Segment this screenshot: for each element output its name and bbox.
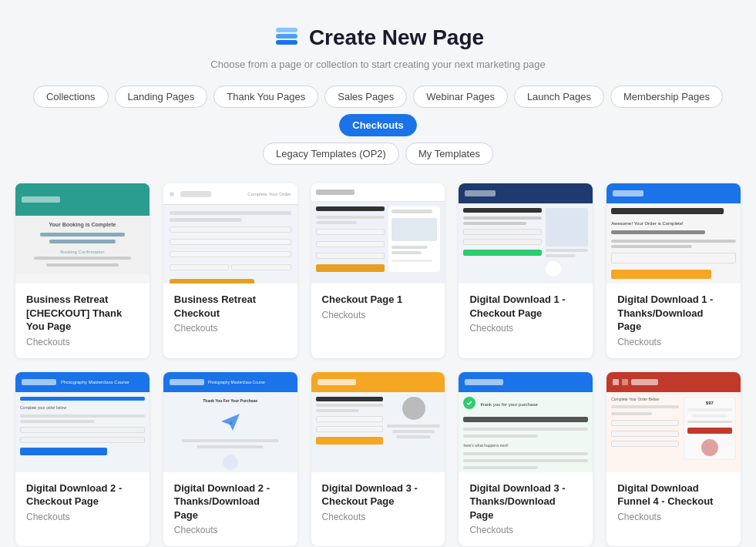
card-info: Checkout Page 1 Checkouts [311,284,445,331]
card-info: Digital Download 2 - Thanks/Download Pag… [163,472,297,547]
card-info: Digital Download Funnel 4 - Checkout Che… [606,472,741,533]
card-thumbnail [459,183,593,284]
filter-landing-pages[interactable]: Landing Pages [115,86,208,108]
card-info: Digital Download 3 - Thanks/Download Pag… [459,472,593,547]
card-thumbnail: Your Booking is Complete Booking Confirm… [15,183,150,284]
filter-membership-pages[interactable]: Membership Pages [610,86,723,108]
card-thumbnail: Complete Your Order [163,183,297,284]
card-thumbnail: Complete Your Order Below $97 [606,372,741,472]
filter-legacy-templates[interactable]: Legacy Templates (OP2) [263,143,399,165]
card-thumbnail [311,183,445,284]
svg-rect-2 [276,28,297,32]
card-thumbnail: thank you for your purchase here's what … [459,372,593,472]
card-name: Digital Download 3 - Thanks/Download Pag… [469,482,582,522]
card-digital-download-3-checkout[interactable]: Digital Download 3 - Checkout Page Check… [311,372,445,547]
card-category: Checkouts [469,323,582,334]
card-name: Digital Download 3 - Checkout Page [322,482,435,508]
card-info: Digital Download 1 - Checkout Page Check… [459,284,593,344]
card-category: Checkouts [469,525,582,535]
card-info: Digital Download 3 - Checkout Page Check… [311,472,445,533]
card-digital-download-3-thanks[interactable]: thank you for your purchase here's what … [459,372,593,547]
card-category: Checkouts [174,323,287,334]
page-title: Create New Page [309,25,484,50]
cards-grid-row2: Photography Masterclass Course Complete … [15,372,741,547]
card-digital-download-1-thanks[interactable]: Awesome! Your Order is Complete! Digital… [606,183,741,358]
filter-checkouts[interactable]: Checkouts [339,114,416,136]
card-name: Digital Download 2 - Checkout Page [26,482,139,508]
card-category: Checkouts [617,337,730,347]
card-business-retreat-thank-you[interactable]: Your Booking is Complete Booking Confirm… [15,183,150,358]
card-name: Digital Download 2 - Thanks/Download Pag… [174,482,287,522]
card-name: Digital Download Funnel 4 - Checkout [617,482,730,508]
card-info: Digital Download 2 - Checkout Page Check… [15,472,150,533]
card-name: Business Retreat [CHECKOUT] Thank You Pa… [26,293,139,334]
app-logo-icon [272,23,301,52]
card-category: Checkouts [26,512,139,522]
card-info: Business Retreat Checkout Checkouts [163,284,297,344]
card-thumbnail: Photography Masterclass Course Complete … [15,372,150,472]
card-digital-download-2-checkout[interactable]: Photography Masterclass Course Complete … [15,372,150,547]
filter-thank-you-pages[interactable]: Thank You Pages [213,86,318,108]
filter-launch-pages[interactable]: Launch Pages [514,86,604,108]
card-category: Checkouts [617,512,730,522]
card-category: Checkouts [322,512,435,522]
card-digital-download-funnel-4-checkout[interactable]: Complete Your Order Below $97 [606,372,741,547]
card-name: Digital Download 1 - Thanks/Download Pag… [617,293,730,334]
filter-webinar-pages[interactable]: Webinar Pages [413,86,508,108]
filter-my-templates[interactable]: My Templates [405,143,493,165]
card-info: Business Retreat [CHECKOUT] Thank You Pa… [15,284,150,358]
card-name: Checkout Page 1 [322,293,435,307]
card-name: Business Retreat Checkout [174,293,287,320]
card-category: Checkouts [26,337,139,347]
card-digital-download-1-checkout[interactable]: Digital Download 1 - Checkout Page Check… [459,183,593,358]
card-thumbnail [311,372,445,472]
card-business-retreat-checkout[interactable]: Complete Your Order [163,183,297,358]
filter-collections[interactable]: Collections [33,86,109,108]
svg-rect-0 [276,40,297,45]
cards-grid-row1: Your Booking is Complete Booking Confirm… [15,183,741,358]
filters-row2: Legacy Templates (OP2) My Templates [15,143,741,165]
card-category: Checkouts [174,525,287,535]
page-wrapper: Create New Page Choose from a page or co… [0,0,756,547]
svg-rect-1 [276,34,297,39]
page-header: Create New Page Choose from a page or co… [15,23,741,70]
card-thumbnail: Photography Masterclass Course Thank You… [163,372,297,472]
filters-row1: Collections Landing Pages Thank You Page… [15,86,741,136]
card-checkout-page-1[interactable]: Checkout Page 1 Checkouts [311,183,445,358]
card-name: Digital Download 1 - Checkout Page [469,293,582,320]
card-digital-download-2-thanks[interactable]: Photography Masterclass Course Thank You… [163,372,297,547]
card-info: Digital Download 1 - Thanks/Download Pag… [606,284,741,358]
page-subtitle: Choose from a page or collection to star… [15,59,741,70]
filter-sales-pages[interactable]: Sales Pages [324,86,407,108]
card-thumbnail: Awesome! Your Order is Complete! [606,183,741,284]
card-category: Checkouts [322,310,435,320]
